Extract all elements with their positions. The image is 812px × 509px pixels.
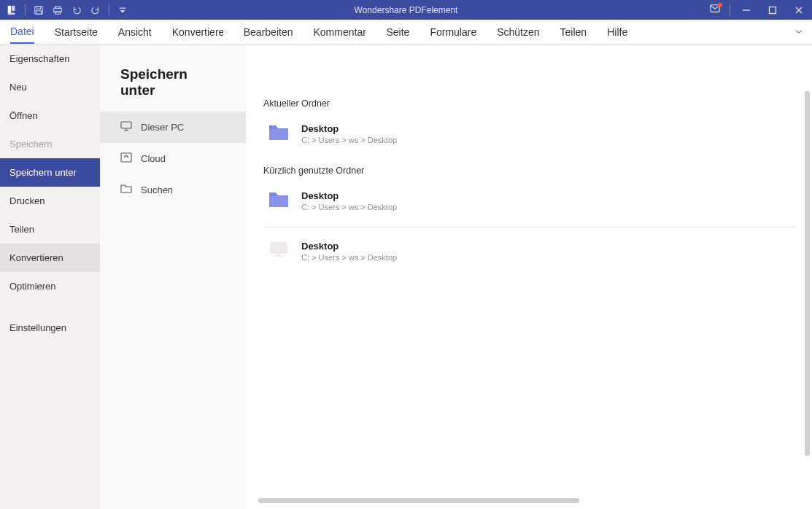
loc-dieser-pc[interactable]: Dieser PC [100, 112, 246, 143]
filemenu-neu[interactable]: Neu [0, 73, 100, 101]
svg-rect-14 [270, 242, 287, 254]
folder-text: Desktop C: > Users > ws > Desktop [301, 123, 397, 144]
svg-rect-13 [121, 153, 131, 162]
tab-konvertieren[interactable]: Konvertieren [172, 20, 223, 44]
folder-path: C: > Users > ws > Desktop [301, 136, 397, 144]
redo-icon[interactable] [90, 4, 101, 16]
folder-name: Desktop [301, 241, 397, 252]
minimize-button[interactable] [733, 0, 759, 20]
filemenu-speichern: Speichern [0, 130, 100, 158]
current-folder-entry[interactable]: Desktop C: > Users > ws > Desktop [263, 116, 794, 151]
app-title: Wondershare PDFelement [355, 5, 458, 15]
svg-rect-1 [12, 5, 15, 10]
titlebar-left [0, 4, 128, 16]
file-menu-sidebar: Eigenschaften Neu Öffnen Speichern Speic… [0, 44, 100, 509]
tab-startseite[interactable]: Startseite [55, 20, 98, 44]
filemenu-eigenschaften[interactable]: Eigenschaften [0, 44, 100, 73]
save-icon[interactable] [33, 4, 45, 16]
filemenu-optimieren[interactable]: Optimieren [0, 272, 100, 300]
notification-dot-icon [718, 3, 722, 7]
filemenu-drucken[interactable]: Drucken [0, 187, 100, 215]
tab-formulare[interactable]: Formulare [430, 20, 476, 44]
ribbon-expand-icon[interactable] [794, 26, 803, 38]
content-column: Aktueller Ordner Desktop C: > Users > ws… [246, 44, 812, 509]
section-recent-folders: Kürzlich genutzte Ordner [263, 151, 794, 183]
svg-rect-12 [121, 122, 131, 128]
svg-rect-5 [36, 10, 42, 13]
cloud-icon [120, 152, 132, 165]
monitor-icon [120, 121, 132, 133]
separator [25, 4, 26, 16]
main-area: Eigenschaften Neu Öffnen Speichern Speic… [0, 44, 812, 509]
tab-hilfe[interactable]: Hilfe [607, 20, 627, 44]
app-logo-icon [6, 4, 18, 16]
folder-browse-icon [120, 184, 132, 196]
recent-folder-entry[interactable]: Desktop C: > Users > ws > Desktop [263, 233, 794, 268]
tab-ansicht[interactable]: Ansicht [118, 20, 152, 44]
titlebar-right [703, 0, 812, 20]
folder-text: Desktop C: > Users > ws > Desktop [301, 190, 397, 211]
tab-bearbeiten[interactable]: Bearbeiten [244, 20, 293, 44]
loc-label: Dieser PC [141, 122, 184, 133]
section-current-folder: Aktueller Ordner [263, 44, 794, 116]
loc-suchen[interactable]: Suchen [100, 174, 246, 206]
svg-rect-11 [770, 7, 776, 13]
svg-rect-4 [36, 6, 40, 9]
notification-mail-icon[interactable] [703, 4, 727, 17]
spacer [0, 300, 100, 314]
filemenu-oeffnen[interactable]: Öffnen [0, 101, 100, 130]
location-column: Speichern unter Dieser PC Cloud [100, 44, 246, 509]
tab-teilen[interactable]: Teilen [560, 20, 587, 44]
svg-rect-9 [120, 7, 126, 8]
horizontal-scrollbar[interactable] [258, 498, 579, 503]
divider [263, 227, 794, 228]
separator [109, 4, 109, 16]
pc-location-icon [268, 239, 290, 263]
folder-path: C: > Users > ws > Desktop [301, 203, 397, 211]
folder-name: Desktop [301, 123, 397, 134]
svg-rect-8 [55, 11, 61, 14]
separator [730, 4, 730, 16]
recent-folder-entry[interactable]: Desktop C: > Users > ws > Desktop [263, 183, 794, 218]
folder-icon [268, 122, 290, 145]
titlebar: Wondershare PDFelement [0, 0, 812, 20]
filemenu-teilen[interactable]: Teilen [0, 215, 100, 244]
folder-path: C: > Users > ws > Desktop [301, 253, 397, 262]
location-heading: Speichern unter [100, 44, 246, 112]
filemenu-einstellungen[interactable]: Einstellungen [0, 314, 100, 342]
filemenu-konvertieren[interactable]: Konvertieren [0, 244, 100, 272]
filemenu-speichern-unter[interactable]: Speichern unter [0, 158, 100, 187]
tab-kommentar[interactable]: Kommentar [313, 20, 366, 44]
print-icon[interactable] [52, 4, 63, 16]
loc-label: Cloud [141, 153, 166, 164]
folder-icon [268, 189, 290, 212]
maximize-button[interactable] [759, 0, 786, 20]
loc-label: Suchen [141, 184, 173, 195]
folder-text: Desktop C: > Users > ws > Desktop [301, 241, 397, 262]
tab-datei[interactable]: Datei [10, 20, 34, 44]
svg-rect-16 [277, 254, 280, 256]
ribbon-tabs: Datei Startseite Ansicht Konvertieren Be… [0, 20, 812, 44]
loc-cloud[interactable]: Cloud [100, 143, 246, 174]
undo-icon[interactable] [71, 4, 82, 16]
tab-seite[interactable]: Seite [386, 20, 409, 44]
tab-schuetzen[interactable]: Schützen [497, 20, 539, 44]
svg-rect-2 [8, 12, 15, 15]
folder-name: Desktop [301, 190, 397, 201]
vertical-scrollbar[interactable] [805, 91, 810, 456]
close-button[interactable] [786, 0, 812, 20]
dropdown-icon[interactable] [117, 4, 128, 16]
